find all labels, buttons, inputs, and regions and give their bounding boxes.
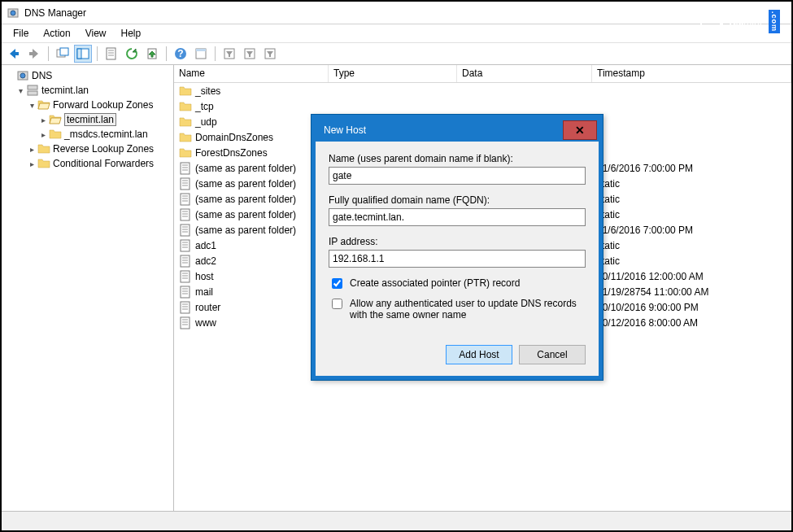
svg-rect-17 <box>77 49 81 59</box>
record-name: host <box>195 271 214 282</box>
page-icon <box>179 177 192 190</box>
allow-update-checkbox-row[interactable]: Allow any authenticated user to update D… <box>329 298 586 321</box>
page-icon <box>179 162 192 175</box>
refresh-button[interactable] <box>123 45 141 63</box>
record-timestamp: 10/12/2016 8:00:00 AM <box>592 317 791 329</box>
folder-icon <box>37 142 50 155</box>
record-timestamp: 10/11/2016 12:00:00 AM <box>592 271 791 282</box>
filter-1-button[interactable] <box>220 45 238 63</box>
close-button[interactable]: ✕ <box>563 120 597 140</box>
allow-update-checkbox-label: Allow any authenticated user to update D… <box>350 298 586 321</box>
fqdn-input <box>329 208 586 226</box>
page-icon <box>179 193 192 206</box>
dialog-titlebar[interactable]: New Host ✕ <box>316 119 599 142</box>
add-host-button[interactable]: Add Host <box>446 345 512 364</box>
ptr-checkbox[interactable] <box>332 278 342 289</box>
page-icon <box>179 301 192 314</box>
menubar: File Action View Help <box>2 24 791 42</box>
record-name: _tcp <box>195 101 214 112</box>
page-icon <box>179 286 192 299</box>
properties-button[interactable] <box>192 45 210 63</box>
folder-open-icon <box>49 113 62 126</box>
page-icon <box>179 316 192 329</box>
list-header: Name Type Data Timestamp <box>174 65 791 83</box>
record-name: DomainDnsZones <box>195 132 273 143</box>
record-timestamp: static <box>592 209 791 220</box>
help-button[interactable] <box>172 45 190 63</box>
folder-icon <box>179 85 192 98</box>
dialog-title: New Host <box>324 124 366 136</box>
record-name: adc2 <box>195 255 216 267</box>
fqdn-label: Fully qualified domain name (FQDN): <box>329 194 586 206</box>
app-icon <box>7 7 20 20</box>
name-label: Name (uses parent domain name if blank): <box>329 153 586 164</box>
record-name: (same as parent folder) <box>195 163 296 174</box>
record-name: _sites <box>195 85 220 97</box>
ptr-checkbox-row[interactable]: Create associated pointer (PTR) record <box>329 277 586 291</box>
record-timestamp: 10/10/2016 9:00:00 PM <box>592 302 791 313</box>
menu-file[interactable]: File <box>7 26 35 41</box>
menu-view[interactable]: View <box>79 26 113 41</box>
ptr-checkbox-label: Create associated pointer (PTR) record <box>350 277 520 289</box>
menu-help[interactable]: Help <box>115 26 148 41</box>
filter-2-button[interactable] <box>241 45 259 63</box>
folder-icon <box>179 146 192 159</box>
toolbar <box>2 42 791 65</box>
window-title: DNS Manager <box>24 7 86 19</box>
dns-icon <box>16 69 29 82</box>
column-name[interactable]: Name <box>174 65 329 82</box>
record-name: (same as parent folder) <box>195 209 296 220</box>
column-data[interactable]: Data <box>457 65 592 82</box>
folder-open-icon <box>37 98 50 111</box>
statusbar <box>2 511 791 530</box>
page-icon <box>179 255 192 268</box>
ip-input[interactable] <box>329 250 586 268</box>
folder-icon <box>49 128 62 141</box>
record-timestamp: 11/6/2016 7:00:00 PM <box>592 225 791 236</box>
tree-reverse-zones[interactable]: ▸ Reverse Lookup Zones <box>3 142 172 156</box>
filter-3-button[interactable] <box>261 45 279 63</box>
record-timestamp: 11/19/28754 11:00:00 AM <box>592 286 791 298</box>
record-name: www <box>195 317 216 329</box>
record-timestamp: 11/6/2016 7:00:00 PM <box>592 163 791 174</box>
menu-action[interactable]: Action <box>37 26 76 41</box>
page-icon <box>179 224 192 237</box>
add-server-button[interactable] <box>54 45 72 63</box>
record-name: mail <box>195 286 213 298</box>
tree-conditional-forwarders[interactable]: ▸ Conditional Forwarders <box>3 156 172 171</box>
tree-root-dns[interactable]: DNS <box>3 68 172 83</box>
column-type[interactable]: Type <box>329 65 457 82</box>
page-icon <box>179 208 192 221</box>
record-row[interactable]: _tcp <box>174 98 791 114</box>
export-button[interactable] <box>143 45 161 63</box>
record-row[interactable]: _sites <box>174 83 791 98</box>
folder-icon <box>37 157 50 170</box>
tree-zone-tecmint[interactable]: ▸ tecmint.lan <box>3 112 172 127</box>
folder-icon <box>179 116 192 129</box>
record-name: (same as parent folder) <box>195 178 296 190</box>
record-name: adc1 <box>195 240 216 251</box>
tree-zone-msdcs[interactable]: ▸ _msdcs.tecmint.lan <box>3 127 172 142</box>
back-button[interactable] <box>5 45 23 63</box>
column-timestamp[interactable]: Timestamp <box>592 65 791 82</box>
ip-label: IP address: <box>329 236 586 247</box>
record-timestamp: static <box>592 194 791 205</box>
cancel-button[interactable]: Cancel <box>519 345 586 364</box>
server-icon <box>26 84 39 97</box>
record-name: router <box>195 302 220 313</box>
folder-icon <box>179 131 192 144</box>
folder-icon <box>179 100 192 113</box>
forward-button[interactable] <box>25 45 43 63</box>
allow-update-checkbox[interactable] <box>332 299 342 309</box>
tree-server[interactable]: ▾ tecmint.lan <box>3 83 172 98</box>
tree-forward-zones[interactable]: ▾ Forward Lookup Zones <box>3 98 172 112</box>
show-hide-tree-button[interactable] <box>74 45 92 63</box>
record-name: (same as parent folder) <box>195 194 296 205</box>
record-timestamp: static <box>592 255 791 267</box>
record-name: _udp <box>195 116 217 128</box>
window-titlebar: DNS Manager <box>2 2 791 24</box>
record-timestamp: static <box>592 178 791 190</box>
tree-pane[interactable]: DNS ▾ tecmint.lan ▾ Forward Lookup Zones… <box>2 65 174 511</box>
name-input[interactable] <box>329 167 586 185</box>
new-record-button[interactable] <box>102 45 120 63</box>
